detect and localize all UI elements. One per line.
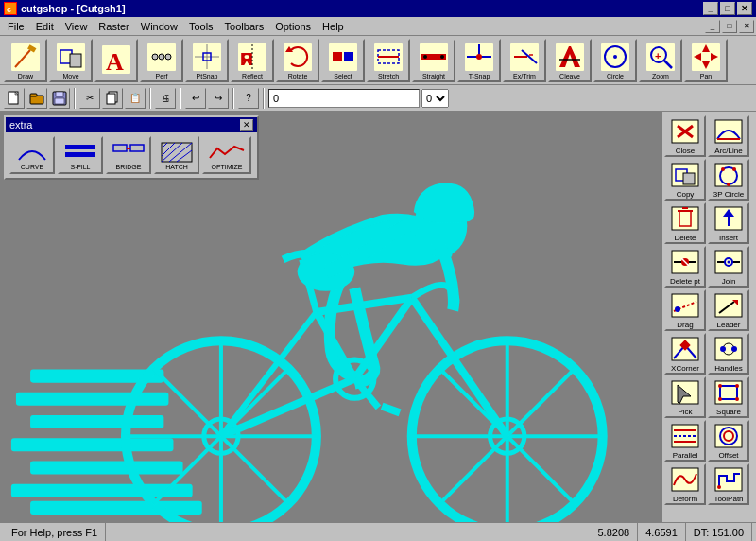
pan-label: Pan bbox=[700, 73, 712, 79]
undo-button[interactable]: ↩ bbox=[185, 88, 206, 109]
parallel-btn[interactable]: Parallel bbox=[664, 420, 706, 462]
main-toolbar: Draw Move A Perf PtSnap RR Reflect bbox=[0, 36, 756, 85]
draw-tool[interactable]: Draw bbox=[4, 39, 47, 82]
svg-point-13 bbox=[165, 54, 171, 60]
insert-btn[interactable]: Insert bbox=[708, 202, 749, 244]
toolbar-sep4 bbox=[232, 88, 234, 109]
svg-point-122 bbox=[727, 183, 730, 186]
copy-button[interactable] bbox=[102, 88, 123, 109]
menu-toolbars[interactable]: Toolbars bbox=[219, 19, 270, 34]
deform-label: Deform bbox=[673, 495, 697, 503]
square-btn[interactable]: Square bbox=[708, 376, 749, 418]
menu-view[interactable]: View bbox=[60, 19, 94, 34]
title-bar: c cutgshop - [Cutgsh1] _ □ ✕ bbox=[0, 0, 756, 17]
mdi-close[interactable]: ✕ bbox=[739, 20, 754, 33]
ptsnap-label: PtSnap bbox=[197, 73, 218, 79]
pick-label: Pick bbox=[678, 408, 692, 416]
select-tool[interactable]: Select bbox=[321, 39, 365, 82]
extra-panel-title: extra ✕ bbox=[6, 117, 257, 132]
reflect-tool[interactable]: RR Reflect bbox=[231, 39, 274, 82]
pan-tool[interactable]: Pan bbox=[684, 39, 728, 82]
close-right-btn[interactable]: Close bbox=[664, 115, 706, 157]
svg-text:c: c bbox=[7, 5, 11, 14]
extra-panel-close[interactable]: ✕ bbox=[240, 119, 253, 131]
deletept-label: Delete pt bbox=[670, 277, 700, 286]
menu-edit[interactable]: Edit bbox=[30, 19, 60, 34]
svg-rect-26 bbox=[344, 52, 353, 61]
svg-point-12 bbox=[159, 54, 164, 60]
3pcircle-btn[interactable]: 3P Circle bbox=[708, 159, 749, 201]
handles-btn[interactable]: Handles bbox=[708, 333, 749, 375]
mdi-minimize[interactable]: _ bbox=[705, 20, 720, 33]
redo-button[interactable]: ↪ bbox=[208, 88, 229, 109]
svg-rect-100 bbox=[65, 152, 95, 157]
sfill-tool[interactable]: S-FILL bbox=[58, 136, 103, 174]
menu-help[interactable]: Help bbox=[317, 19, 350, 34]
cleave-tool[interactable]: Cleave bbox=[548, 39, 592, 82]
extra-title-text: extra bbox=[9, 119, 32, 131]
extra-panel: extra ✕ CURVE S-FILL BRIDGE bbox=[4, 115, 259, 180]
offset-btn[interactable]: Offset bbox=[708, 420, 749, 462]
svg-point-121 bbox=[732, 167, 736, 171]
zoom-tool[interactable]: + Zoom bbox=[639, 39, 682, 82]
app-icon: c bbox=[4, 2, 17, 15]
svg-point-159 bbox=[718, 397, 722, 401]
insert-label: Insert bbox=[719, 234, 738, 242]
rotate-tool[interactable]: Rotate bbox=[276, 39, 319, 82]
svg-rect-101 bbox=[113, 145, 127, 151]
leader-btn[interactable]: Leader bbox=[708, 289, 749, 331]
menu-tools[interactable]: Tools bbox=[183, 19, 219, 34]
optimize-tool[interactable]: OPTIMIZE bbox=[202, 136, 251, 174]
move-tool[interactable]: Move bbox=[49, 39, 93, 82]
perf-tool[interactable]: Perf bbox=[140, 39, 183, 82]
menu-raster[interactable]: Raster bbox=[93, 19, 134, 34]
stretch-tool[interactable]: Stretch bbox=[367, 39, 410, 82]
toolpath-label: ToolPath bbox=[713, 495, 743, 503]
svg-rect-65 bbox=[107, 94, 115, 104]
delete-btn[interactable]: Delete bbox=[664, 202, 706, 244]
print-button[interactable]: 🖨 bbox=[155, 88, 176, 109]
menu-file[interactable]: File bbox=[2, 19, 30, 34]
xcorner-btn[interactable]: XCorner bbox=[664, 333, 706, 375]
circle-tool[interactable]: Circle bbox=[593, 39, 637, 82]
svg-rect-117 bbox=[683, 173, 695, 184]
cut-button[interactable]: ✂ bbox=[79, 88, 100, 109]
ptsnap-tool[interactable]: PtSnap bbox=[185, 39, 229, 82]
curve-tool[interactable]: CURVE bbox=[9, 136, 55, 174]
maximize-button[interactable]: □ bbox=[720, 2, 735, 15]
canvas-area[interactable]: extra ✕ CURVE S-FILL BRIDGE bbox=[0, 112, 662, 522]
pick-btn[interactable]: Pick bbox=[664, 376, 706, 418]
help-button[interactable]: ? bbox=[238, 88, 259, 109]
coord-input[interactable] bbox=[268, 89, 420, 108]
toolpath-btn[interactable]: ToolPath bbox=[708, 463, 749, 505]
arcline-btn[interactable]: Arc/Line bbox=[708, 115, 749, 157]
join-btn[interactable]: Join bbox=[708, 246, 749, 288]
cleave-label: Cleave bbox=[559, 73, 580, 79]
copy-right-btn[interactable]: Copy bbox=[664, 159, 706, 201]
deform-btn[interactable]: Deform bbox=[664, 463, 706, 505]
deletept-btn[interactable]: Delete pt bbox=[664, 246, 706, 288]
minimize-button[interactable]: _ bbox=[703, 2, 718, 15]
coord-y-section: 4.6591 bbox=[638, 523, 686, 541]
extrim-tool[interactable]: Ex/Trim bbox=[503, 39, 546, 82]
open-button[interactable] bbox=[26, 88, 47, 109]
toolbar-sep1 bbox=[74, 88, 76, 109]
save-button[interactable] bbox=[49, 88, 70, 109]
menu-window[interactable]: Window bbox=[135, 19, 183, 34]
title-text: cutgshop - [Cutgsh1] bbox=[21, 3, 126, 14]
coord-dropdown[interactable]: 0 bbox=[421, 89, 449, 108]
mdi-restore[interactable]: □ bbox=[722, 20, 737, 33]
bridge-tool[interactable]: BRIDGE bbox=[106, 136, 151, 174]
svg-rect-73 bbox=[30, 501, 202, 515]
text-tool[interactable]: A bbox=[94, 39, 138, 82]
menu-options[interactable]: Options bbox=[269, 19, 317, 34]
hatch-tool[interactable]: HATCH bbox=[154, 136, 199, 174]
tsnap-tool[interactable]: T-Snap bbox=[457, 39, 501, 82]
drag-btn[interactable]: Drag bbox=[664, 289, 706, 331]
new-button[interactable] bbox=[4, 88, 25, 109]
close-button[interactable]: ✕ bbox=[737, 2, 752, 15]
paste-button[interactable]: 📋 bbox=[125, 88, 146, 109]
straight-tool[interactable]: Straight bbox=[412, 39, 455, 82]
rotate-label: Rotate bbox=[288, 73, 308, 79]
xcorner-label: XCorner bbox=[671, 364, 699, 373]
